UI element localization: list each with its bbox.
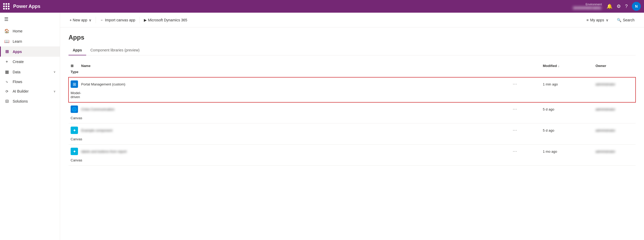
sidebar-item-create[interactable]: + Create — [0, 57, 60, 67]
search-icon: 🔍 — [617, 18, 621, 22]
tab-component-libraries[interactable]: Component libraries (preview) — [86, 45, 144, 55]
new-app-button[interactable]: + New app ∨ — [66, 16, 95, 24]
flows-icon: ⤷ — [4, 80, 9, 84]
table-row[interactable]: 🌐 Crisis Communication ··· 5 d ago admin… — [69, 102, 636, 123]
new-app-label: + New app — [70, 18, 87, 22]
data-icon: ▦ — [4, 69, 9, 74]
row-modified-cell: 1 min ago — [541, 81, 593, 88]
table-row[interactable]: ✦ Example component ··· 5 d ago administ… — [69, 123, 636, 145]
app-name: Portal Management (custom) — [81, 82, 125, 86]
app-icon-canvas: 🌐 — [71, 105, 78, 113]
col-header-type[interactable]: Type — [69, 69, 79, 75]
sidebar-label-learn: Learn — [13, 39, 22, 44]
page-title: Apps — [69, 34, 636, 41]
app-launcher-icon[interactable] — [3, 3, 9, 9]
col-header-name[interactable]: Name — [79, 63, 509, 69]
row-owner-cell: administrator — [593, 148, 636, 155]
owner-value: administrator — [596, 107, 615, 111]
tab-apps[interactable]: Apps — [69, 45, 86, 55]
row-owner-cell: administrator — [593, 81, 636, 88]
hamburger-button[interactable]: ☰ — [0, 13, 60, 26]
notification-button[interactable]: 🔔 — [607, 3, 612, 9]
table-row[interactable]: ✦ labels and buttons from report ··· 1 m… — [69, 145, 636, 166]
modified-value: 1 mo ago — [543, 150, 557, 153]
sidebar-label-apps: Apps — [13, 50, 22, 54]
owner-value: administrator — [596, 82, 615, 86]
my-apps-button[interactable]: ≡ My apps ∨ — [583, 16, 612, 24]
import-canvas-button[interactable]: ← Import canvas app — [97, 16, 138, 24]
col-header-modified[interactable]: Modified ↓ — [541, 63, 593, 69]
row-more-cell[interactable]: ··· — [509, 80, 541, 89]
row-type-cell: Canvas — [69, 136, 79, 143]
more-button[interactable]: ··· — [511, 127, 519, 133]
sidebar-item-learn[interactable]: 📖 Learn — [0, 36, 60, 46]
row-type-cell: Canvas — [69, 157, 79, 164]
table-row[interactable]: ⊞ Portal Management (custom) ··· 1 min a… — [69, 77, 636, 102]
col-header-owner[interactable]: Owner — [593, 63, 636, 69]
row-more-cell[interactable]: ··· — [509, 126, 541, 135]
sidebar-label-ai-builder: AI Builder — [13, 89, 29, 93]
apps-icon: ⊞ — [4, 49, 9, 54]
ai-builder-icon: ⟳ — [4, 89, 9, 93]
row-icon-cell: ⊞ — [69, 79, 79, 89]
select-all-icon[interactable]: ⊞ — [71, 64, 74, 68]
search-label: Search — [623, 18, 635, 22]
tabs: Apps Component libraries (preview) — [69, 45, 636, 55]
toolbar-right: ≡ My apps ∨ 🔍 Search — [583, 16, 638, 24]
owner-value: administrator — [596, 150, 615, 153]
sidebar-label-solutions: Solutions — [13, 99, 28, 103]
dynamics-label: ▶ Microsoft Dynamics 365 — [144, 18, 187, 22]
app-name: labels and buttons from report — [81, 150, 127, 153]
more-button[interactable]: ··· — [511, 148, 519, 154]
dynamics-button[interactable]: ▶ Microsoft Dynamics 365 — [141, 16, 190, 24]
environment-label: Environment — [586, 3, 602, 6]
row-owner-cell: administrator — [593, 127, 636, 134]
search-button[interactable]: 🔍 Search — [614, 16, 638, 24]
sidebar: ☰ 🏠 Home 📖 Learn ⊞ Apps + Create ▦ Data … — [0, 13, 60, 240]
avatar[interactable]: N — [632, 2, 641, 11]
modified-value: 5 d ago — [543, 128, 554, 132]
environment-value: environment-name — [572, 6, 602, 10]
my-apps-icon: ≡ — [587, 18, 589, 22]
my-apps-chevron-icon: ∨ — [606, 18, 608, 22]
more-button[interactable]: ··· — [511, 81, 519, 87]
row-icon-cell: 🌐 — [69, 104, 79, 114]
row-more-cell[interactable]: ··· — [509, 147, 541, 156]
row-icon-cell: ✦ — [69, 125, 79, 136]
modified-value: 5 d ago — [543, 107, 554, 111]
sidebar-item-home[interactable]: 🏠 Home — [0, 26, 60, 36]
sidebar-item-apps[interactable]: ⊞ Apps — [0, 46, 60, 57]
home-icon: 🏠 — [4, 28, 9, 33]
settings-button[interactable]: ⚙ — [617, 3, 621, 9]
app-icon-canvas: ✦ — [71, 148, 78, 155]
help-button[interactable]: ? — [625, 4, 628, 9]
import-canvas-label: ← Import canvas app — [100, 18, 135, 22]
row-name-cell: Portal Management (custom) — [79, 81, 509, 88]
environment-selector[interactable]: Environment environment-name — [572, 3, 602, 10]
app-icon-model-driven: ⊞ — [71, 80, 78, 88]
sidebar-label-create: Create — [13, 60, 24, 64]
row-type-cell: Canvas — [69, 114, 79, 122]
table-header: ⊞ Name Modified ↓ Owner Type — [69, 61, 636, 77]
more-button[interactable]: ··· — [511, 106, 519, 112]
sidebar-item-solutions[interactable]: ⊟ Solutions — [0, 96, 60, 106]
topbar: Power Apps Environment environment-name … — [0, 0, 644, 13]
main-content: + New app ∨ ← Import canvas app ▶ Micros… — [60, 13, 644, 240]
sidebar-item-data[interactable]: ▦ Data ∨ — [0, 67, 60, 77]
type-value: Canvas — [71, 158, 82, 162]
sidebar-item-ai-builder[interactable]: ⟳ AI Builder ∨ — [0, 87, 60, 96]
row-name-cell: Example component — [79, 127, 509, 134]
toolbar-separator-1 — [96, 17, 96, 23]
ai-builder-chevron-icon: ∨ — [53, 90, 56, 93]
modified-value: 1 min ago — [543, 82, 558, 86]
page-content: Apps Apps Component libraries (preview) … — [60, 27, 644, 240]
create-icon: + — [4, 59, 9, 64]
sidebar-item-flows[interactable]: ⤷ Flows — [0, 77, 60, 87]
app-icon-canvas: ✦ — [71, 127, 78, 134]
layout: ☰ 🏠 Home 📖 Learn ⊞ Apps + Create ▦ Data … — [0, 13, 644, 240]
learn-icon: 📖 — [4, 39, 9, 44]
row-owner-cell: administrator — [593, 106, 636, 113]
toolbar-separator-2 — [139, 17, 140, 23]
row-name-cell: labels and buttons from report — [79, 148, 509, 155]
row-more-cell[interactable]: ··· — [509, 105, 541, 114]
